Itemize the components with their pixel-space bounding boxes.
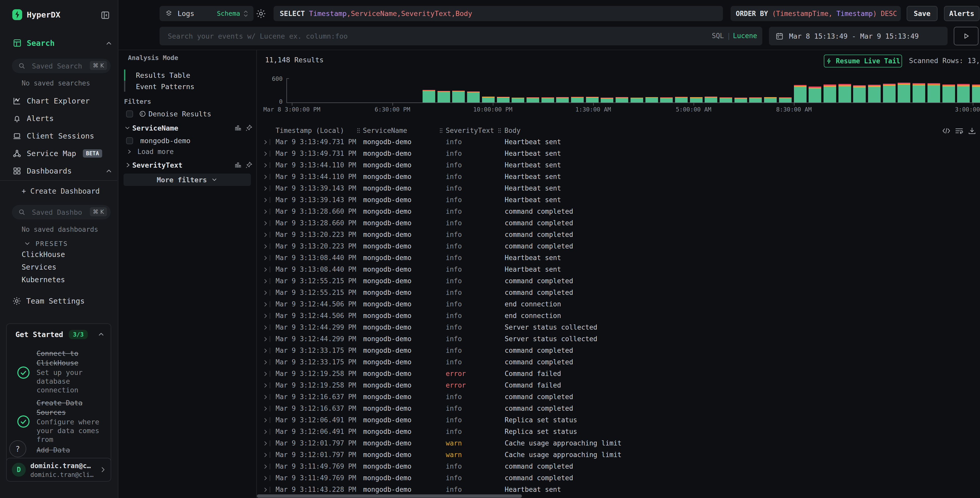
drag-handle-icon[interactable]	[498, 128, 501, 134]
table-row[interactable]: Mar 9 3:12:55.215 PMmongodb-demoinfocomm…	[257, 275, 980, 287]
filter-option-checkbox[interactable]	[126, 137, 133, 144]
histogram-bar[interactable]	[616, 97, 628, 102]
histogram-bar[interactable]	[482, 97, 495, 102]
histogram-bar[interactable]	[571, 97, 584, 102]
table-row[interactable]: Mar 9 3:13:20.223 PMmongodb-demoinfocomm…	[257, 229, 980, 241]
drag-handle-icon[interactable]	[356, 128, 361, 134]
presets-toggle[interactable]: PRESETS	[24, 239, 68, 248]
column-header-severitytext[interactable]: SeverityText	[446, 125, 494, 136]
histogram-bar[interactable]	[601, 97, 613, 102]
histogram-bar[interactable]	[868, 85, 881, 102]
table-row[interactable]: Mar 9 3:12:44.299 PMmongodb-demoinfoServ…	[257, 322, 980, 333]
run-query-button[interactable]	[954, 27, 978, 45]
histogram-bar[interactable]	[972, 85, 980, 102]
get-started-collapse-icon[interactable]	[97, 331, 105, 337]
code-view-icon[interactable]	[942, 127, 951, 135]
histogram-bar[interactable]	[541, 97, 554, 102]
table-row[interactable]: Mar 9 3:12:33.175 PMmongodb-demoinfocomm…	[257, 356, 980, 368]
chart-toggle-icon[interactable]	[234, 124, 242, 132]
histogram-bar[interactable]	[423, 90, 435, 102]
order-by-input[interactable]: ORDER BY (TimestampTime, Timestamp) DESC	[730, 6, 901, 21]
table-row[interactable]: Mar 9 3:12:55.215 PMmongodb-demoinfocomm…	[257, 287, 980, 298]
histogram-bar[interactable]	[913, 83, 925, 102]
mode-event-patterns[interactable]: Event Patterns	[136, 83, 194, 91]
table-row[interactable]: Mar 9 3:11:43.228 PMmongodb-demoinfoHear…	[257, 484, 980, 495]
histogram-bar[interactable]	[630, 97, 643, 102]
table-row[interactable]: Mar 9 3:12:16.637 PMmongodb-demoinfocomm…	[257, 403, 980, 414]
histogram-bar[interactable]	[853, 85, 866, 102]
table-row[interactable]: Mar 9 3:13:20.223 PMmongodb-demoinfocomm…	[257, 241, 980, 252]
column-header-timestamp[interactable]: Timestamp (Local)	[275, 125, 344, 136]
histogram-bar[interactable]	[942, 85, 955, 102]
dashboards-collapse-chevron-icon[interactable]	[105, 168, 113, 174]
filter-group-servicename[interactable]: ServiceName	[124, 123, 178, 133]
histogram-bar[interactable]	[824, 85, 836, 102]
table-row[interactable]: Mar 9 3:12:06.491 PMmongodb-demoinfoRepl…	[257, 426, 980, 437]
histogram-bar[interactable]	[764, 97, 777, 102]
table-row[interactable]: Mar 9 3:12:44.506 PMmongodb-demoinfoend …	[257, 298, 980, 310]
results-histogram[interactable]	[286, 78, 980, 103]
histogram-bar[interactable]	[556, 97, 569, 102]
table-row[interactable]: Mar 9 3:13:28.660 PMmongodb-demoinfocomm…	[257, 217, 980, 229]
preset-item-kubernetes[interactable]: Kubernetes	[22, 276, 65, 284]
histogram-bar[interactable]	[527, 97, 539, 102]
sidebar-collapse-icon[interactable]	[100, 10, 110, 20]
lang-lucene-toggle[interactable]: Lucene	[733, 32, 757, 40]
histogram-bar[interactable]	[586, 97, 598, 102]
histogram-bar[interactable]	[808, 86, 821, 102]
table-row[interactable]: Mar 9 3:12:06.491 PMmongodb-demoinfoRepl…	[257, 414, 980, 426]
event-search-input[interactable]	[159, 27, 762, 45]
table-row[interactable]: Mar 9 3:13:39.143 PMmongodb-demoinfoHear…	[257, 183, 980, 194]
column-header-servicename[interactable]: ServiceName	[363, 125, 407, 136]
table-row[interactable]: Mar 9 3:12:01.797 PMmongodb-demowarnCach…	[257, 449, 980, 461]
histogram-bar[interactable]	[690, 97, 703, 102]
more-filters-button[interactable]: More filters	[124, 174, 251, 186]
histogram-bar[interactable]	[794, 85, 807, 102]
alerts-button[interactable]: Alerts	[944, 6, 980, 21]
histogram-bar[interactable]	[838, 84, 851, 102]
sidebar-item-alerts[interactable]: Alerts	[12, 113, 54, 124]
drag-handle-icon[interactable]	[439, 128, 443, 134]
horizontal-scrollbar[interactable]	[257, 495, 522, 498]
histogram-bar[interactable]	[735, 97, 747, 102]
pin-icon[interactable]	[245, 161, 253, 169]
table-row[interactable]: Mar 9 3:12:19.258 PMmongodb-demoerrorCom…	[257, 368, 980, 380]
table-row[interactable]: Mar 9 3:11:49.769 PMmongodb-demoinfocomm…	[257, 472, 980, 484]
sidebar-item-service-map[interactable]: Service Map BETA	[12, 148, 102, 159]
preset-item-clickhouse[interactable]: ClickHouse	[22, 250, 65, 259]
source-settings-gear-icon[interactable]	[255, 8, 267, 19]
histogram-bar[interactable]	[749, 97, 762, 102]
search-collapse-chevron-icon[interactable]	[105, 40, 113, 46]
table-row[interactable]: Mar 9 3:13:08.440 PMmongodb-demoinfoHear…	[257, 252, 980, 264]
time-range-picker[interactable]: Mar 8 15:13:49 - Mar 9 15:13:49	[769, 27, 948, 45]
sidebar-item-team-settings[interactable]: Team Settings	[12, 295, 85, 306]
histogram-bar[interactable]	[512, 97, 524, 102]
histogram-bar[interactable]	[928, 83, 940, 102]
sidebar-item-search[interactable]: Search	[12, 38, 54, 48]
histogram-bar[interactable]	[660, 97, 673, 102]
table-row[interactable]: Mar 9 3:13:08.440 PMmongodb-demoinfoHear…	[257, 264, 980, 275]
download-icon[interactable]	[968, 127, 977, 135]
denoise-checkbox[interactable]	[126, 110, 133, 117]
resume-live-tail-button[interactable]: Resume Live Tail	[824, 54, 902, 67]
histogram-bar[interactable]	[779, 97, 792, 102]
histogram-bar[interactable]	[438, 91, 450, 102]
filter-option-mongodb-demo[interactable]: mongodb-demo	[126, 136, 191, 145]
help-button[interactable]: ?	[9, 441, 26, 457]
create-dashboard-button[interactable]: + Create Dashboard	[22, 187, 100, 195]
table-row[interactable]: Mar 9 3:13:28.660 PMmongodb-demoinfocomm…	[257, 206, 980, 217]
histogram-bar[interactable]	[497, 97, 509, 102]
table-row[interactable]: Mar 9 3:12:44.299 PMmongodb-demoinfoServ…	[257, 333, 980, 345]
sidebar-item-dashboards[interactable]: Dashboards	[12, 166, 72, 176]
histogram-bar[interactable]	[957, 84, 970, 102]
table-row[interactable]: Mar 9 3:13:44.110 PMmongodb-demoinfoHear…	[257, 171, 980, 183]
chart-toggle-icon[interactable]	[234, 161, 242, 169]
table-row[interactable]: Mar 9 3:13:49.731 PMmongodb-demoinfoHear…	[257, 148, 980, 160]
table-row[interactable]: Mar 9 3:13:39.143 PMmongodb-demoinfoHear…	[257, 194, 980, 206]
pin-icon[interactable]	[245, 124, 253, 132]
preset-item-services[interactable]: Services	[22, 263, 56, 271]
histogram-bar[interactable]	[675, 97, 688, 102]
table-row[interactable]: Mar 9 3:12:01.797 PMmongodb-demowarnCach…	[257, 437, 980, 449]
table-row[interactable]: Mar 9 3:12:16.637 PMmongodb-demoinfocomm…	[257, 391, 980, 403]
filter-group-severitytext[interactable]: SeverityText	[125, 160, 183, 170]
